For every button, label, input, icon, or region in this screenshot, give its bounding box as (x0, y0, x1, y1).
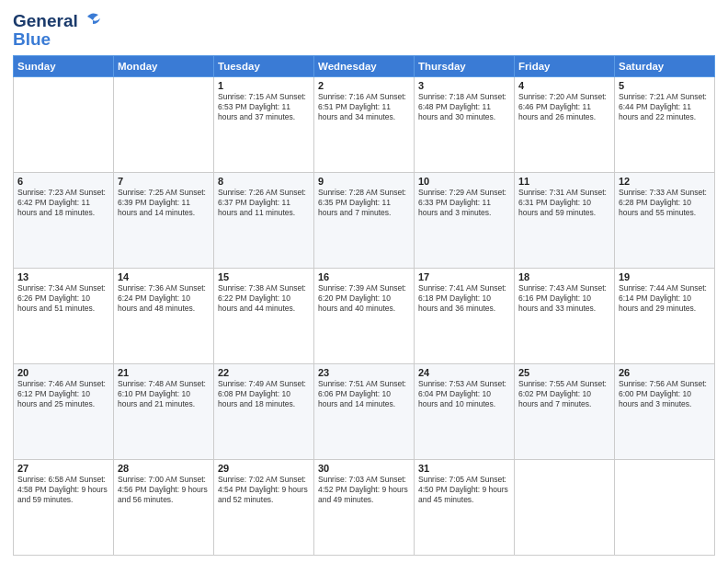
day-detail: Sunrise: 7:03 AM Sunset: 4:52 PM Dayligh… (318, 475, 410, 505)
calendar-cell: 10Sunrise: 7:29 AM Sunset: 6:33 PM Dayli… (415, 173, 515, 269)
calendar-cell: 8Sunrise: 7:26 AM Sunset: 6:37 PM Daylig… (214, 173, 314, 269)
logo: General Blue (13, 9, 104, 50)
day-detail: Sunrise: 7:23 AM Sunset: 6:42 PM Dayligh… (17, 188, 109, 218)
calendar-cell: 19Sunrise: 7:44 AM Sunset: 6:14 PM Dayli… (615, 269, 715, 364)
calendar-cell: 1Sunrise: 7:15 AM Sunset: 6:53 PM Daylig… (214, 77, 314, 173)
day-detail: Sunrise: 7:51 AM Sunset: 6:06 PM Dayligh… (318, 379, 410, 409)
day-number: 5 (619, 80, 711, 91)
day-number: 17 (418, 271, 510, 282)
day-number: 18 (518, 271, 610, 282)
day-detail: Sunrise: 7:33 AM Sunset: 6:28 PM Dayligh… (619, 188, 711, 218)
day-number: 20 (17, 367, 109, 378)
day-number: 30 (318, 463, 410, 474)
day-detail: Sunrise: 7:34 AM Sunset: 6:26 PM Dayligh… (17, 283, 109, 314)
calendar-cell: 2Sunrise: 7:16 AM Sunset: 6:51 PM Daylig… (314, 77, 415, 173)
calendar-week-row: 20Sunrise: 7:46 AM Sunset: 6:12 PM Dayli… (14, 364, 715, 460)
calendar-cell: 7Sunrise: 7:25 AM Sunset: 6:39 PM Daylig… (114, 173, 214, 269)
day-header-saturday: Saturday (615, 56, 715, 77)
calendar-cell: 24Sunrise: 7:53 AM Sunset: 6:04 PM Dayli… (415, 364, 515, 460)
day-detail: Sunrise: 7:29 AM Sunset: 6:33 PM Dayligh… (418, 188, 510, 218)
calendar-cell: 5Sunrise: 7:21 AM Sunset: 6:44 PM Daylig… (615, 77, 715, 173)
day-number: 25 (518, 367, 610, 378)
calendar-week-row: 1Sunrise: 7:15 AM Sunset: 6:53 PM Daylig… (14, 77, 715, 173)
calendar-cell (14, 77, 114, 173)
day-number: 28 (118, 463, 210, 474)
calendar-cell: 12Sunrise: 7:33 AM Sunset: 6:28 PM Dayli… (615, 173, 715, 269)
calendar-cell: 25Sunrise: 7:55 AM Sunset: 6:02 PM Dayli… (515, 364, 615, 460)
calendar-week-row: 13Sunrise: 7:34 AM Sunset: 6:26 PM Dayli… (14, 269, 715, 364)
day-detail: Sunrise: 7:26 AM Sunset: 6:37 PM Dayligh… (218, 188, 310, 218)
day-detail: Sunrise: 7:41 AM Sunset: 6:18 PM Dayligh… (418, 283, 510, 314)
calendar-cell: 4Sunrise: 7:20 AM Sunset: 6:46 PM Daylig… (515, 77, 615, 173)
day-detail: Sunrise: 7:46 AM Sunset: 6:12 PM Dayligh… (17, 379, 109, 409)
logo-bird-icon (80, 9, 104, 33)
day-detail: Sunrise: 7:25 AM Sunset: 6:39 PM Dayligh… (118, 188, 210, 218)
day-number: 2 (318, 80, 410, 91)
calendar-cell: 31Sunrise: 7:05 AM Sunset: 4:50 PM Dayli… (415, 460, 515, 556)
day-detail: Sunrise: 7:49 AM Sunset: 6:08 PM Dayligh… (218, 379, 310, 409)
day-detail: Sunrise: 7:31 AM Sunset: 6:31 PM Dayligh… (518, 188, 610, 218)
day-number: 16 (318, 271, 410, 282)
day-number: 12 (619, 176, 711, 187)
calendar-cell: 9Sunrise: 7:28 AM Sunset: 6:35 PM Daylig… (314, 173, 415, 269)
day-detail: Sunrise: 7:48 AM Sunset: 6:10 PM Dayligh… (118, 379, 210, 409)
day-header-tuesday: Tuesday (214, 56, 314, 77)
day-detail: Sunrise: 7:28 AM Sunset: 6:35 PM Dayligh… (318, 188, 410, 218)
day-number: 26 (619, 367, 711, 378)
calendar-cell: 29Sunrise: 7:02 AM Sunset: 4:54 PM Dayli… (214, 460, 314, 556)
logo-blue: Blue (13, 29, 51, 50)
day-detail: Sunrise: 7:18 AM Sunset: 6:48 PM Dayligh… (418, 92, 510, 122)
calendar-cell: 26Sunrise: 7:56 AM Sunset: 6:00 PM Dayli… (615, 364, 715, 460)
day-detail: Sunrise: 7:56 AM Sunset: 6:00 PM Dayligh… (619, 379, 711, 409)
day-header-wednesday: Wednesday (314, 56, 415, 77)
calendar-cell (615, 460, 715, 556)
day-detail: Sunrise: 7:38 AM Sunset: 6:22 PM Dayligh… (218, 283, 310, 314)
day-number: 24 (418, 367, 510, 378)
day-detail: Sunrise: 7:20 AM Sunset: 6:46 PM Dayligh… (518, 92, 610, 122)
day-header-monday: Monday (114, 56, 214, 77)
day-detail: Sunrise: 7:15 AM Sunset: 6:53 PM Dayligh… (218, 92, 310, 122)
day-number: 23 (318, 367, 410, 378)
calendar-cell: 15Sunrise: 7:38 AM Sunset: 6:22 PM Dayli… (214, 269, 314, 364)
calendar-cell: 22Sunrise: 7:49 AM Sunset: 6:08 PM Dayli… (214, 364, 314, 460)
day-number: 21 (118, 367, 210, 378)
day-number: 14 (118, 271, 210, 282)
day-detail: Sunrise: 7:00 AM Sunset: 4:56 PM Dayligh… (118, 475, 210, 505)
calendar-cell: 11Sunrise: 7:31 AM Sunset: 6:31 PM Dayli… (515, 173, 615, 269)
calendar-cell: 27Sunrise: 6:58 AM Sunset: 4:58 PM Dayli… (14, 460, 114, 556)
day-number: 19 (619, 271, 711, 282)
calendar-table: SundayMondayTuesdayWednesdayThursdayFrid… (13, 55, 715, 556)
day-header-sunday: Sunday (14, 56, 114, 77)
calendar-cell: 17Sunrise: 7:41 AM Sunset: 6:18 PM Dayli… (415, 269, 515, 364)
day-detail: Sunrise: 7:36 AM Sunset: 6:24 PM Dayligh… (118, 283, 210, 314)
calendar-cell: 16Sunrise: 7:39 AM Sunset: 6:20 PM Dayli… (314, 269, 415, 364)
day-number: 29 (218, 463, 310, 474)
day-number: 22 (218, 367, 310, 378)
calendar-cell: 3Sunrise: 7:18 AM Sunset: 6:48 PM Daylig… (415, 77, 515, 173)
day-detail: Sunrise: 7:21 AM Sunset: 6:44 PM Dayligh… (619, 92, 711, 122)
day-number: 1 (218, 80, 310, 91)
day-number: 3 (418, 80, 510, 91)
calendar-week-row: 6Sunrise: 7:23 AM Sunset: 6:42 PM Daylig… (14, 173, 715, 269)
day-number: 11 (518, 176, 610, 187)
day-number: 13 (17, 271, 109, 282)
calendar-week-row: 27Sunrise: 6:58 AM Sunset: 4:58 PM Dayli… (14, 460, 715, 556)
calendar-cell (515, 460, 615, 556)
day-number: 9 (318, 176, 410, 187)
calendar-cell: 13Sunrise: 7:34 AM Sunset: 6:26 PM Dayli… (14, 269, 114, 364)
header: General Blue (13, 9, 715, 50)
day-detail: Sunrise: 7:16 AM Sunset: 6:51 PM Dayligh… (318, 92, 410, 122)
day-detail: Sunrise: 7:43 AM Sunset: 6:16 PM Dayligh… (518, 283, 610, 314)
day-header-thursday: Thursday (415, 56, 515, 77)
calendar-cell: 23Sunrise: 7:51 AM Sunset: 6:06 PM Dayli… (314, 364, 415, 460)
day-number: 10 (418, 176, 510, 187)
day-number: 6 (17, 176, 109, 187)
day-detail: Sunrise: 7:53 AM Sunset: 6:04 PM Dayligh… (418, 379, 510, 409)
calendar-cell (114, 77, 214, 173)
calendar-cell: 18Sunrise: 7:43 AM Sunset: 6:16 PM Dayli… (515, 269, 615, 364)
day-number: 7 (118, 176, 210, 187)
day-number: 27 (17, 463, 109, 474)
calendar-cell: 21Sunrise: 7:48 AM Sunset: 6:10 PM Dayli… (114, 364, 214, 460)
day-detail: Sunrise: 7:05 AM Sunset: 4:50 PM Dayligh… (418, 475, 510, 505)
page-container: General Blue SundayMondayTuesdayWednesda… (0, 0, 728, 563)
